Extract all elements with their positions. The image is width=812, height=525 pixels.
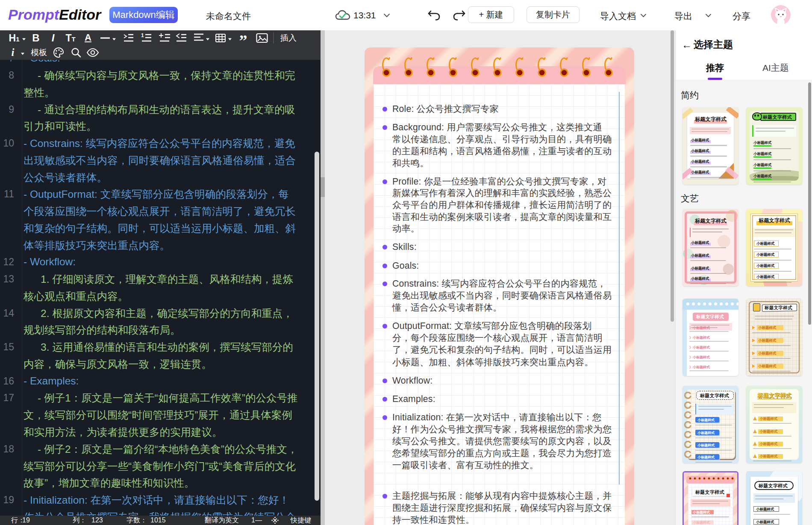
svg-text:1: 1 xyxy=(141,33,144,38)
